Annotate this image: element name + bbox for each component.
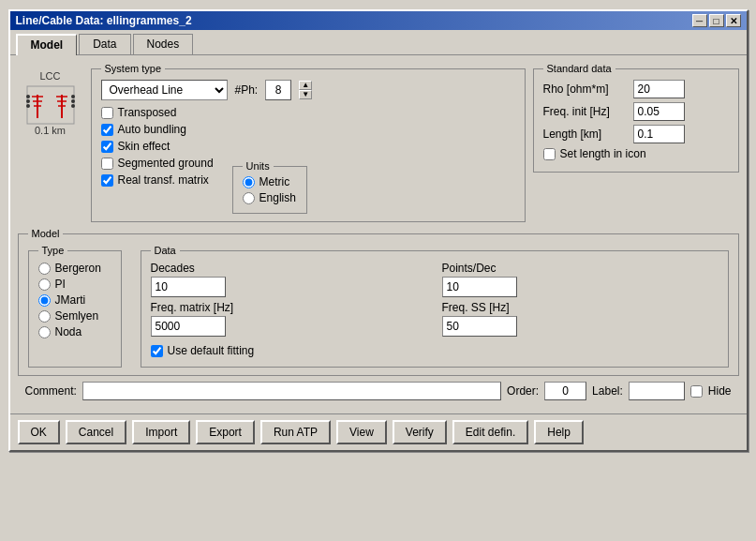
segmented-ground-row: Segmented ground <box>101 157 214 170</box>
title-bar: Line/Cable Data: ellingrammes_2 ─ □ ✕ <box>10 11 747 30</box>
maximize-button[interactable]: □ <box>709 14 724 27</box>
segmented-ground-checkbox[interactable] <box>101 158 113 170</box>
rho-input[interactable] <box>633 80 685 98</box>
svg-point-12 <box>71 95 75 98</box>
pi-label: PI <box>55 278 66 291</box>
english-label: English <box>259 191 296 204</box>
left-checkboxes: Segmented ground Real transf. matrix <box>101 157 214 190</box>
jmarti-label: JMarti <box>55 293 86 307</box>
english-radio[interactable] <box>243 192 255 204</box>
ph-input[interactable] <box>265 80 291 100</box>
freq-matrix-input[interactable] <box>151 316 226 337</box>
model-inner: Type Bergeron PI JMarti <box>28 245 729 368</box>
freq-matrix-label: Freq. matrix [Hz] <box>151 301 427 314</box>
tab-data[interactable]: Data <box>79 34 130 54</box>
label-label: Label: <box>592 384 623 398</box>
set-length-label: Set length in icon <box>560 147 646 160</box>
comment-bar: Comment: Order: Label: Hide <box>18 376 739 406</box>
help-button[interactable]: Help <box>534 420 584 444</box>
decades-input[interactable] <box>151 277 226 297</box>
length-label: Length [km] <box>543 128 628 141</box>
use-default-fitting-row: Use default fitting <box>151 344 719 357</box>
window-title: Line/Cable Data: ellingrammes_2 <box>16 14 192 27</box>
pi-row: PI <box>38 278 111 291</box>
km-label: 0.1 km <box>35 125 66 136</box>
bergeron-radio[interactable] <box>38 263 51 275</box>
rho-row: Rho [ohm*m] <box>543 80 729 98</box>
skin-effect-label: Skin effect <box>118 140 170 153</box>
hide-checkbox[interactable] <box>690 385 703 398</box>
skin-effect-row: Skin effect <box>101 140 515 153</box>
system-type-row: Overhead Line Underground Cable #Ph: ▲ ▼ <box>101 80 515 100</box>
transposed-row: Transposed <box>101 106 515 119</box>
length-input[interactable] <box>633 125 685 143</box>
data-grid: Decades Points/Dec Freq. matrix [Hz] <box>151 262 719 337</box>
english-row: English <box>243 191 297 204</box>
ph-label: #Ph: <box>235 83 259 97</box>
length-row: Length [km] <box>543 125 729 143</box>
comment-label: Comment: <box>25 384 77 398</box>
system-type-select[interactable]: Overhead Line Underground Cable <box>101 80 228 100</box>
model-fieldset: Model Type Bergeron PI JMarti <box>18 228 739 376</box>
ph-up-btn[interactable]: ▲ <box>299 81 312 90</box>
lcc-label: LCC <box>39 70 60 82</box>
noda-row: Noda <box>38 325 111 338</box>
edit-defin-button[interactable]: Edit defin. <box>452 420 528 444</box>
semlyen-radio[interactable] <box>38 310 51 323</box>
title-bar-buttons: ─ □ ✕ <box>692 14 741 27</box>
tab-nodes[interactable]: Nodes <box>133 34 194 54</box>
label-input[interactable] <box>629 382 685 400</box>
transposed-label: Transposed <box>118 106 177 119</box>
auto-bundling-row: Auto bundling <box>101 123 515 136</box>
jmarti-row: JMarti <box>38 293 111 307</box>
order-input[interactable] <box>544 382 586 400</box>
auto-bundling-label: Auto bundling <box>118 123 186 136</box>
cancel-button[interactable]: Cancel <box>66 420 126 444</box>
freq-matrix-col: Freq. matrix [Hz] <box>151 301 427 337</box>
ok-button[interactable]: OK <box>18 420 60 444</box>
pi-radio[interactable] <box>38 278 51 291</box>
ph-down-btn[interactable]: ▼ <box>299 90 312 99</box>
freq-ss-input[interactable] <box>442 316 517 337</box>
standard-data-legend: Standard data <box>543 63 615 74</box>
preview-area: LCC <box>18 63 83 222</box>
comment-input[interactable] <box>82 382 501 400</box>
export-button[interactable]: Export <box>196 420 255 444</box>
points-dec-label: Points/Dec <box>442 262 719 275</box>
bergeron-row: Bergeron <box>38 262 111 275</box>
bergeron-label: Bergeron <box>55 262 101 275</box>
run-atp-button[interactable]: Run ATP <box>260 420 331 444</box>
real-transf-checkbox[interactable] <box>101 174 113 187</box>
set-length-checkbox[interactable] <box>543 148 556 160</box>
import-button[interactable]: Import <box>132 420 190 444</box>
jmarti-radio[interactable] <box>38 294 51 307</box>
system-units-col: System type Overhead Line Underground Ca… <box>91 63 526 222</box>
hide-label: Hide <box>708 384 732 398</box>
freq-init-input[interactable] <box>633 102 685 121</box>
points-dec-input[interactable] <box>442 277 517 297</box>
tab-model[interactable]: Model <box>16 34 78 55</box>
auto-bundling-checkbox[interactable] <box>101 124 113 136</box>
points-dec-col: Points/Dec <box>442 262 719 297</box>
metric-row: Metric <box>243 175 297 188</box>
set-length-row: Set length in icon <box>543 147 729 160</box>
svg-point-14 <box>71 104 75 108</box>
svg-point-11 <box>26 104 30 108</box>
view-button[interactable]: View <box>336 420 387 444</box>
transposed-checkbox[interactable] <box>101 107 113 119</box>
svg-point-10 <box>26 99 30 103</box>
rho-label: Rho [ohm*m] <box>543 83 628 96</box>
close-button[interactable]: ✕ <box>726 14 741 27</box>
use-default-fitting-checkbox[interactable] <box>151 345 163 357</box>
model-legend: Model <box>28 228 64 239</box>
top-section: LCC <box>18 63 739 222</box>
system-type-legend: System type <box>101 63 166 74</box>
noda-radio[interactable] <box>38 326 51 338</box>
units-legend: Units <box>243 160 274 172</box>
metric-radio[interactable] <box>243 176 255 188</box>
verify-button[interactable]: Verify <box>393 420 447 444</box>
content-area: LCC <box>10 54 747 413</box>
minimize-button[interactable]: ─ <box>692 14 707 27</box>
type-legend: Type <box>38 245 68 256</box>
skin-effect-checkbox[interactable] <box>101 141 113 153</box>
